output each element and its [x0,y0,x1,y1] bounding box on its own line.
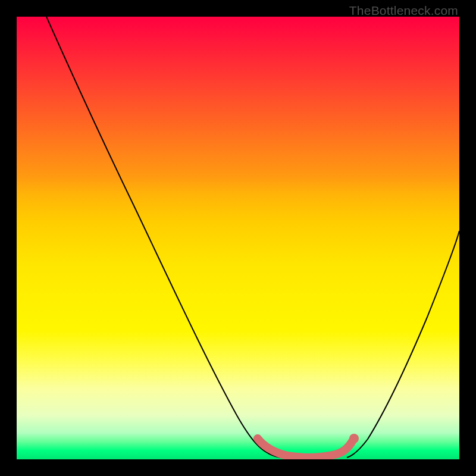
valley-highlight [258,439,353,458]
left-curve [46,17,281,458]
watermark-text: TheBottleneck.com [349,4,458,18]
highlight-dot [349,434,359,443]
curve-overlay [17,17,459,459]
right-curve [347,231,459,458]
chart-container: TheBottleneck.com [0,0,476,476]
